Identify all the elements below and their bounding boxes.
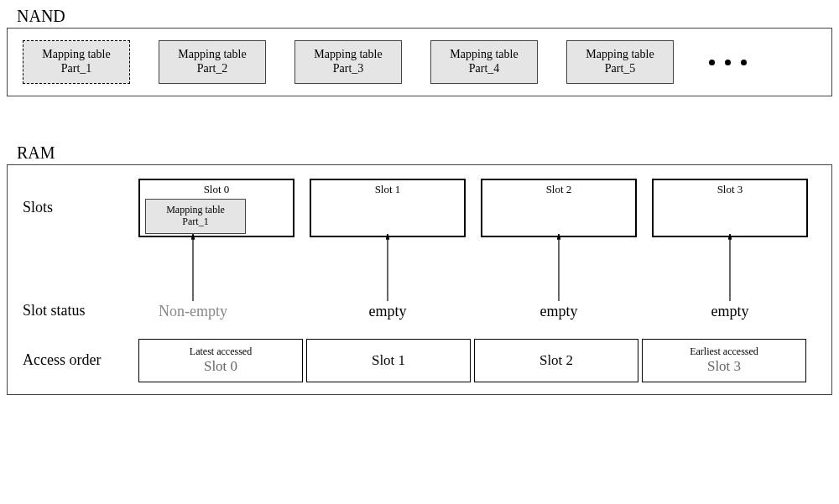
nand-part-line2: Part_3 — [333, 62, 364, 76]
status-cell-2: empty — [481, 303, 637, 320]
order-main: Slot 0 — [204, 358, 237, 375]
arrow-up-icon — [371, 234, 404, 303]
order-main: Slot 1 — [372, 352, 405, 369]
order-sub: Earliest accessed — [690, 346, 758, 358]
status-text: empty — [711, 303, 749, 320]
mapping-line1: Mapping table — [166, 205, 225, 216]
nand-part-line1: Mapping table — [586, 48, 654, 62]
nand-part-line2: Part_1 — [61, 62, 92, 76]
arrow-up-icon — [542, 234, 576, 303]
slot-2: Slot 2 — [481, 179, 637, 237]
status-cell-3: empty — [652, 303, 808, 320]
order-box-1: Slot 1 — [306, 339, 471, 382]
nand-part-line2: Part_4 — [469, 62, 500, 76]
order-box-3: Earliest accessed Slot 3 — [642, 339, 806, 382]
status-row: Slot status Non-empty empty — [23, 303, 816, 320]
slot-title: Slot 3 — [717, 183, 743, 196]
slot-3: Slot 3 — [652, 179, 808, 237]
order-sub: Latest accessed — [190, 346, 252, 358]
nand-part-line2: Part_5 — [605, 62, 636, 76]
mapping-line2: Part_1 — [182, 216, 208, 228]
status-cell-0: Non-empty — [115, 303, 271, 320]
nand-part-3: Mapping table Part_3 — [294, 40, 402, 84]
order-box-0: Latest accessed Slot 0 — [138, 339, 303, 382]
order-box-2: Slot 2 — [474, 339, 638, 382]
status-text: empty — [369, 303, 407, 320]
status-text: empty — [540, 303, 578, 320]
slot-0: Slot 0 Mapping table Part_1 — [138, 179, 294, 237]
ram-label: RAM — [7, 143, 832, 163]
nand-part-4: Mapping table Part_4 — [430, 40, 538, 84]
slot-1: Slot 1 — [310, 179, 466, 237]
status-cell-1: empty — [310, 303, 466, 320]
slots-row: Slots Slot 0 Mapping table Part_1 Slot 1… — [23, 179, 816, 237]
status-text: Non-empty — [159, 303, 227, 320]
nand-part-5: Mapping table Part_5 — [566, 40, 674, 84]
slot-title: Slot 2 — [546, 183, 572, 196]
nand-container: Mapping table Part_1 Mapping table Part_… — [7, 28, 832, 96]
arrow-up-icon — [176, 234, 210, 303]
nand-part-line1: Mapping table — [450, 48, 518, 62]
slot-0-mapping: Mapping table Part_1 — [145, 199, 246, 234]
slots-row-label: Slots — [23, 200, 138, 216]
nand-part-line2: Part_2 — [197, 62, 228, 76]
slot-title: Slot 1 — [375, 183, 401, 196]
order-row-label: Access order — [23, 352, 138, 369]
nand-part-line1: Mapping table — [42, 48, 110, 62]
nand-part-2: Mapping table Part_2 — [159, 40, 266, 84]
order-row: Access order Latest accessed Slot 0 Slot… — [23, 339, 816, 382]
order-main: Slot 2 — [539, 352, 573, 369]
nand-part-line1: Mapping table — [314, 48, 382, 62]
ellipsis-icon — [709, 60, 747, 65]
arrow-up-icon — [713, 234, 747, 303]
nand-row: Mapping table Part_1 Mapping table Part_… — [23, 40, 816, 84]
nand-label: NAND — [7, 7, 832, 26]
order-main: Slot 3 — [707, 358, 741, 375]
ram-container: Slots Slot 0 Mapping table Part_1 Slot 1… — [7, 164, 832, 395]
nand-part-1: Mapping table Part_1 — [23, 40, 130, 84]
nand-part-line1: Mapping table — [178, 48, 246, 62]
slot-title: Slot 0 — [204, 183, 230, 196]
